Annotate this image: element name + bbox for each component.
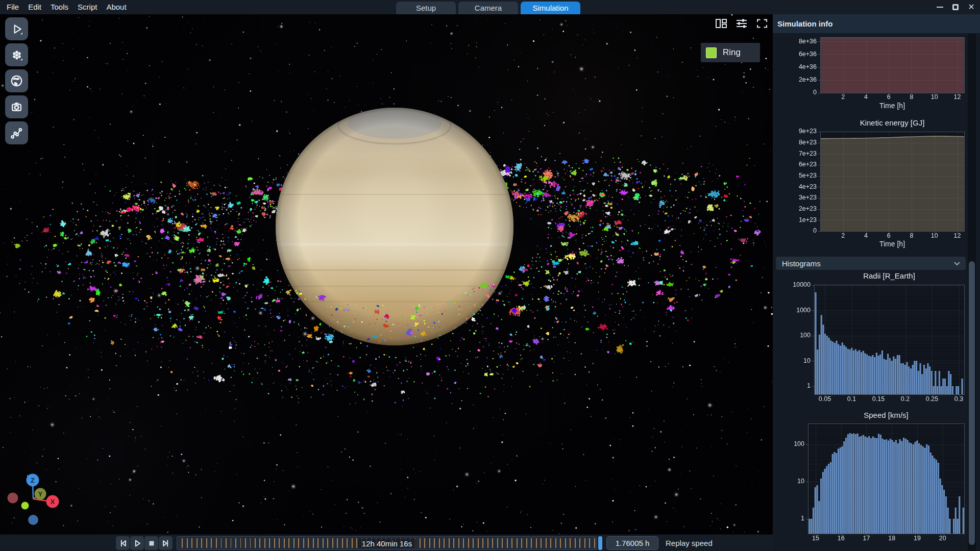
panel-title: Simulation info xyxy=(773,14,980,34)
side-toolbar xyxy=(5,17,28,144)
tab-simulation[interactable]: Simulation xyxy=(521,2,580,14)
replay-speed-label: Replay speed xyxy=(666,535,713,551)
skip-to-start-icon xyxy=(118,539,128,548)
globe-icon xyxy=(10,74,23,88)
stop-button[interactable] xyxy=(144,536,158,550)
split-view-button[interactable] xyxy=(715,18,728,29)
sliders-icon xyxy=(736,18,748,29)
maximize-button[interactable] xyxy=(950,2,961,13)
legend-color-swatch xyxy=(706,47,717,58)
menu-file[interactable]: File xyxy=(2,0,23,14)
skip-to-start-button[interactable] xyxy=(116,536,130,550)
display-settings-button[interactable] xyxy=(735,18,748,29)
window-controls: ✕ xyxy=(934,0,977,14)
timeline-track[interactable]: 12h 40min 16s xyxy=(177,536,597,550)
graph-tool-button[interactable] xyxy=(5,121,28,144)
scrollbar-thumb[interactable] xyxy=(969,261,975,545)
legend-ring[interactable]: Ring xyxy=(701,43,760,62)
scene-canvas[interactable] xyxy=(0,14,773,534)
menu-about[interactable]: About xyxy=(102,0,131,14)
orientation-gizmo[interactable]: Z Y X xyxy=(0,471,71,530)
panel-scrollbar[interactable] xyxy=(968,34,976,551)
viewport-toolbar xyxy=(715,18,769,29)
tab-setup[interactable]: Setup xyxy=(396,2,456,14)
split-view-icon xyxy=(715,18,727,29)
fullscreen-button[interactable] xyxy=(755,18,769,29)
timeline-time-label: 12h 40min 16s xyxy=(358,538,416,548)
stop-icon xyxy=(147,539,156,548)
titlebar: File Edit Tools Script About Setup Camer… xyxy=(0,0,980,14)
tab-camera[interactable]: Camera xyxy=(458,2,518,14)
maximize-icon xyxy=(952,4,959,10)
chevron-down-icon xyxy=(953,261,961,266)
graph-icon xyxy=(10,126,23,140)
particles-icon xyxy=(10,48,23,62)
gizmo-neg-y-ball[interactable] xyxy=(21,502,29,510)
play-icon xyxy=(133,539,142,548)
gizmo-z-label: Z xyxy=(31,477,35,484)
gizmo-neg-z-ball[interactable] xyxy=(28,515,38,525)
play-icon xyxy=(10,22,23,36)
close-button[interactable]: ✕ xyxy=(966,2,977,13)
close-icon: ✕ xyxy=(968,3,974,11)
play-tool-button[interactable] xyxy=(5,17,28,40)
timeline-handle[interactable] xyxy=(598,536,602,550)
gizmo-y-label: Y xyxy=(38,490,43,498)
play-button[interactable] xyxy=(130,536,144,550)
menu-tools[interactable]: Tools xyxy=(46,0,73,14)
minimize-icon xyxy=(937,7,943,8)
simulation-info-panel: Simulation info Histograms xyxy=(773,14,980,551)
viewport-3d[interactable]: Ring Z Y X xyxy=(0,14,773,534)
replay-speed-value[interactable]: 1.76005 h xyxy=(606,536,658,550)
menu-script[interactable]: Script xyxy=(73,0,102,14)
fullscreen-icon xyxy=(756,18,768,29)
world-tool-button[interactable] xyxy=(5,69,28,92)
playback-bar: 12h 40min 16s 1.76005 h Replay speed xyxy=(0,534,773,551)
gizmo-neg-x-ball[interactable] xyxy=(8,493,18,504)
minimize-button[interactable] xyxy=(934,2,945,13)
histograms-section-header[interactable]: Histograms xyxy=(776,257,966,270)
charts-canvas[interactable] xyxy=(773,34,980,551)
menubar: File Edit Tools Script About xyxy=(2,0,131,14)
camera-gear-icon xyxy=(10,100,23,114)
legend-label: Ring xyxy=(723,47,741,58)
camera-settings-tool-button[interactable] xyxy=(5,95,28,118)
gizmo-x-label: X xyxy=(51,498,55,506)
skip-to-end-icon xyxy=(161,539,170,548)
skip-to-end-button[interactable] xyxy=(159,536,173,550)
particles-tool-button[interactable] xyxy=(5,43,28,66)
menu-edit[interactable]: Edit xyxy=(23,0,46,14)
histograms-label: Histograms xyxy=(782,259,821,268)
